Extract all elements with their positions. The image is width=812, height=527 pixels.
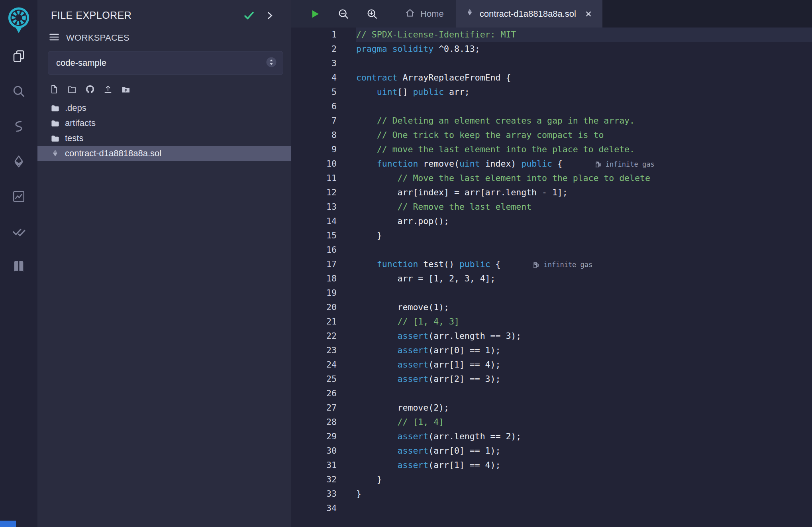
workspaces-menu-icon[interactable] bbox=[49, 31, 60, 44]
line-number[interactable]: 31 bbox=[291, 458, 356, 472]
line-number[interactable]: 10 bbox=[291, 157, 356, 171]
line-number[interactable]: 29 bbox=[291, 429, 356, 444]
deploy-run-icon[interactable] bbox=[10, 153, 27, 170]
code-line[interactable]: 8 // One trick to keep the array compact… bbox=[291, 128, 812, 142]
line-number[interactable]: 11 bbox=[291, 171, 356, 185]
code-line[interactable]: 16 bbox=[291, 243, 812, 257]
close-tab-icon[interactable] bbox=[584, 10, 593, 18]
code-line[interactable]: 6 bbox=[291, 99, 812, 114]
code-line[interactable]: 1// SPDX-License-Identifier: MIT bbox=[291, 28, 812, 42]
upload-file-icon[interactable] bbox=[103, 85, 113, 94]
tree-file[interactable]: contract-d1a8818a8a.sol bbox=[37, 146, 291, 161]
file-explorer-icon[interactable] bbox=[10, 48, 27, 65]
code-line[interactable]: 19 bbox=[291, 286, 812, 300]
code-line[interactable]: 7 // Deleting an element creates a gap i… bbox=[291, 114, 812, 128]
code-text: pragma solidity ^0.8.13; bbox=[356, 42, 812, 56]
code-line[interactable]: 17 function test() public {infinite gas bbox=[291, 257, 812, 271]
statistics-icon[interactable] bbox=[10, 188, 27, 205]
code-line[interactable]: 25 assert(arr[2] == 3); bbox=[291, 372, 812, 386]
line-number[interactable]: 26 bbox=[291, 386, 356, 401]
line-number[interactable]: 6 bbox=[291, 99, 356, 114]
plugins-icon[interactable] bbox=[10, 258, 27, 275]
zoom-out-icon[interactable] bbox=[337, 8, 349, 20]
tree-folder[interactable]: artifacts bbox=[37, 116, 291, 131]
code-line[interactable]: 9 // move the last element into the plac… bbox=[291, 142, 812, 157]
line-number[interactable]: 12 bbox=[291, 185, 356, 200]
tab-home[interactable]: Home bbox=[393, 0, 456, 28]
line-number[interactable]: 20 bbox=[291, 300, 356, 315]
code-line[interactable]: 3 bbox=[291, 56, 812, 71]
line-number[interactable]: 9 bbox=[291, 142, 356, 157]
clone-github-icon[interactable] bbox=[85, 85, 95, 94]
code-line[interactable]: 22 assert(arr.length == 3); bbox=[291, 329, 812, 343]
code-line[interactable]: 28 // [1, 4] bbox=[291, 415, 812, 429]
code-line[interactable]: 15 } bbox=[291, 228, 812, 243]
line-number[interactable]: 16 bbox=[291, 243, 356, 257]
solidity-compiler-icon[interactable] bbox=[10, 118, 27, 135]
run-play-icon[interactable] bbox=[309, 8, 321, 20]
static-analysis-icon[interactable] bbox=[10, 223, 27, 240]
line-number[interactable]: 30 bbox=[291, 444, 356, 458]
line-number[interactable]: 23 bbox=[291, 343, 356, 358]
code-line[interactable]: 32 } bbox=[291, 472, 812, 487]
line-number[interactable]: 28 bbox=[291, 415, 356, 429]
line-number[interactable]: 13 bbox=[291, 200, 356, 214]
line-number[interactable]: 4 bbox=[291, 71, 356, 85]
code-line[interactable]: 14 arr.pop(); bbox=[291, 214, 812, 228]
code-line[interactable]: 11 // Move the last element into the pla… bbox=[291, 171, 812, 185]
line-number[interactable]: 27 bbox=[291, 401, 356, 415]
line-number[interactable]: 5 bbox=[291, 85, 356, 99]
code-line[interactable]: 29 assert(arr.length == 2); bbox=[291, 429, 812, 444]
line-number[interactable]: 17 bbox=[291, 257, 356, 271]
code-editor[interactable]: 1// SPDX-License-Identifier: MIT2pragma … bbox=[291, 28, 812, 527]
line-number[interactable]: 3 bbox=[291, 56, 356, 71]
code-line[interactable]: 30 assert(arr[0] == 1); bbox=[291, 444, 812, 458]
line-number[interactable]: 7 bbox=[291, 114, 356, 128]
tab-contract-file[interactable]: contract-d1a8818a8a.sol bbox=[456, 0, 602, 28]
line-number[interactable]: 1 bbox=[291, 28, 356, 42]
code-line[interactable]: 12 arr[index] = arr[arr.length - 1]; bbox=[291, 185, 812, 200]
code-line[interactable]: 5 uint[] public arr; bbox=[291, 85, 812, 99]
line-number[interactable]: 2 bbox=[291, 42, 356, 56]
tab-bar-filler bbox=[602, 0, 812, 28]
line-number[interactable]: 34 bbox=[291, 501, 356, 515]
line-number[interactable]: 15 bbox=[291, 228, 356, 243]
create-new-folder-icon[interactable] bbox=[67, 85, 77, 94]
tree-folder[interactable]: tests bbox=[37, 131, 291, 146]
chevron-right-icon[interactable] bbox=[264, 10, 275, 21]
code-line[interactable]: 27 remove(2); bbox=[291, 401, 812, 415]
code-line[interactable]: 33} bbox=[291, 487, 812, 501]
create-new-file-icon[interactable] bbox=[49, 85, 59, 94]
code-line[interactable]: 34 bbox=[291, 501, 812, 515]
zoom-in-icon[interactable] bbox=[366, 8, 378, 20]
code-line[interactable]: 18 arr = [1, 2, 3, 4]; bbox=[291, 271, 812, 286]
line-number[interactable]: 25 bbox=[291, 372, 356, 386]
tree-folder[interactable]: .deps bbox=[37, 100, 291, 116]
line-number[interactable]: 14 bbox=[291, 214, 356, 228]
code-line[interactable]: 10 function remove(uint index) public {i… bbox=[291, 157, 812, 171]
upload-folder-icon[interactable] bbox=[121, 85, 131, 94]
line-number[interactable]: 32 bbox=[291, 472, 356, 487]
line-number[interactable]: 19 bbox=[291, 286, 356, 300]
code-line[interactable]: 4contract ArrayReplaceFromEnd { bbox=[291, 71, 812, 85]
line-number[interactable]: 22 bbox=[291, 329, 356, 343]
workspaces-row: WORKSPACES bbox=[37, 24, 291, 50]
code-line[interactable]: 24 assert(arr[1] == 4); bbox=[291, 358, 812, 372]
line-number[interactable]: 33 bbox=[291, 487, 356, 501]
verify-check-icon[interactable] bbox=[243, 10, 255, 21]
line-number[interactable]: 8 bbox=[291, 128, 356, 142]
home-tab-label: Home bbox=[420, 9, 444, 19]
workspace-select[interactable]: code-sample bbox=[48, 51, 283, 75]
line-number[interactable]: 21 bbox=[291, 315, 356, 329]
remix-logo-icon[interactable] bbox=[6, 6, 32, 34]
code-line[interactable]: 23 assert(arr[0] == 1); bbox=[291, 343, 812, 358]
code-line[interactable]: 13 // Remove the last element bbox=[291, 200, 812, 214]
code-line[interactable]: 2pragma solidity ^0.8.13; bbox=[291, 42, 812, 56]
search-icon[interactable] bbox=[10, 83, 27, 100]
line-number[interactable]: 24 bbox=[291, 358, 356, 372]
code-line[interactable]: 31 assert(arr[1] == 4); bbox=[291, 458, 812, 472]
code-line[interactable]: 21 // [1, 4, 3] bbox=[291, 315, 812, 329]
code-line[interactable]: 26 bbox=[291, 386, 812, 401]
line-number[interactable]: 18 bbox=[291, 271, 356, 286]
code-line[interactable]: 20 remove(1); bbox=[291, 300, 812, 315]
